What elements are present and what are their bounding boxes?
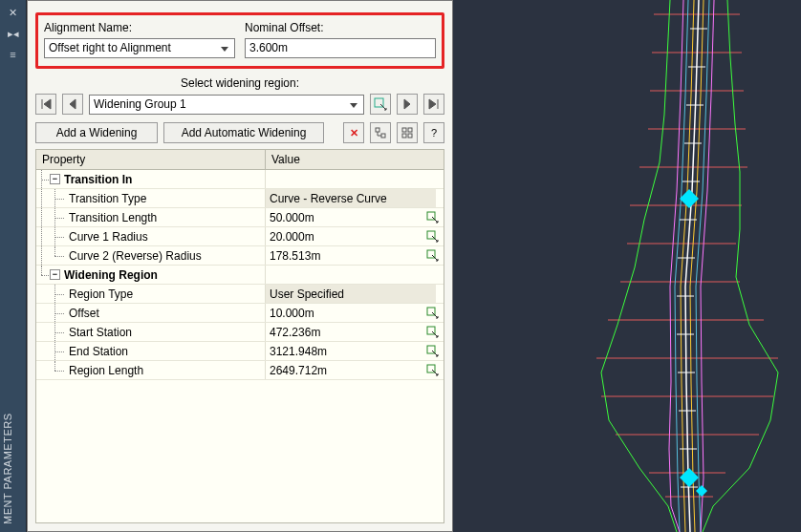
tree-view-icon[interactable] [370,122,391,143]
grid-value[interactable]: 20.000m [270,230,314,244]
delete-icon[interactable]: ✕ [343,122,364,143]
nav-last-icon[interactable] [423,94,444,115]
alignment-name-label: Alignment Name: [44,21,235,34]
pick-region-icon[interactable] [370,94,391,115]
pin-icon[interactable]: ▸◂ [5,25,22,42]
nav-prev-icon[interactable] [62,94,83,115]
grid-row: Start Station472.236m [36,323,444,342]
grid-row: Curve 1 Radius20.000m [36,227,444,246]
grid-group-label: Transition In [64,173,132,186]
pick-in-drawing-icon[interactable] [426,364,440,377]
close-icon[interactable]: ✕ [5,4,22,21]
svg-rect-4 [408,128,412,132]
menu-icon[interactable]: ≡ [5,46,22,63]
grid-row: Curve 2 (Reverse) Radius178.513m [36,246,444,266]
drawing-viewport[interactable] [453,0,801,532]
pick-in-drawing-icon[interactable] [426,211,440,224]
grid-property-label: Region Type [69,287,133,301]
grid-property-label: End Station [69,345,128,358]
add-widening-button[interactable]: Add a Widening [35,122,158,143]
palette-strip: ✕ ▸◂ ≡ MENT PARAMETERS [0,0,27,532]
nav-next-icon[interactable] [397,94,418,115]
property-grid: Property Value −Transition InTransition … [35,149,444,523]
palette-title: MENT PARAMETERS [2,414,13,525]
grid-property-label: Transition Length [69,211,157,224]
pick-in-drawing-icon[interactable] [426,345,440,358]
svg-marker-42 [680,468,699,487]
grid-value-readonly: User Specified [266,285,436,303]
grid-value[interactable]: 10.000m [270,307,314,320]
grid-group: −Transition In [36,170,444,189]
nominal-offset-label: Nominal Offset: [245,21,436,34]
widening-group-combo[interactable]: Widening Group 1 [89,95,364,115]
collapse-icon[interactable]: − [50,174,60,184]
alignment-name-combo[interactable]: Offset right to Alignment [44,38,235,58]
grid-value[interactable]: 3121.948m [270,345,327,358]
grid-value-readonly: Curve - Reverse Curve [266,189,436,207]
grid-view-icon[interactable] [397,122,418,143]
grid-value[interactable]: 178.513m [270,249,320,263]
grid-row: Transition Length50.000m [36,208,444,227]
grid-row: Region TypeUser Specified [36,285,444,304]
grid-row: Transition TypeCurve - Reverse Curve [36,189,444,208]
pick-in-drawing-icon[interactable] [426,326,440,339]
nominal-offset-input[interactable]: 3.600m [245,38,436,58]
grid-group-label: Widening Region [64,268,158,282]
grid-group: −Widening Region [36,266,444,285]
grid-header-value: Value [266,150,444,169]
grid-row: Offset10.000m [36,304,444,323]
grid-value[interactable]: 472.236m [270,326,320,339]
alignment-header-group: Alignment Name: Offset right to Alignmen… [35,12,444,69]
grid-property-label: Offset [69,307,99,320]
collapse-icon[interactable]: − [50,269,60,280]
grid-property-label: Region Length [69,364,143,377]
svg-rect-3 [402,128,406,132]
svg-rect-6 [408,134,412,138]
grid-property-label: Curve 1 Radius [69,230,148,244]
svg-rect-5 [402,134,406,138]
grid-header-property: Property [36,150,266,169]
grid-property-label: Start Station [69,326,132,339]
add-automatic-widening-button[interactable]: Add Automatic Widening [163,122,324,143]
pick-in-drawing-icon[interactable] [426,249,440,263]
svg-rect-2 [381,134,385,138]
help-icon[interactable]: ? [423,122,444,143]
offset-parameters-panel: Alignment Name: Offset right to Alignmen… [27,0,453,532]
grid-property-label: Transition Type [69,192,146,205]
grid-row: End Station3121.948m [36,342,444,361]
grid-property-label: Curve 2 (Reverse) Radius [69,249,202,263]
grid-row: Region Length2649.712m [36,361,444,380]
nav-first-icon[interactable] [35,94,56,115]
svg-rect-1 [376,128,379,132]
pick-in-drawing-icon[interactable] [426,230,440,244]
select-widening-label: Select widening region: [28,76,452,90]
grid-value[interactable]: 50.000m [270,211,314,224]
grid-value[interactable]: 2649.712m [270,364,327,377]
pick-in-drawing-icon[interactable] [426,307,440,320]
